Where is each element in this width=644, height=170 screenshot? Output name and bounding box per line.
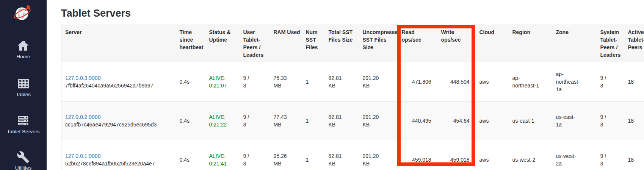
cell-num-sst: 1 — [302, 101, 325, 140]
uptime-value: 0:21:22 — [209, 121, 237, 128]
server-uuid: cc1afb7c46ae4792947c925d5ec695d3 — [65, 121, 173, 128]
cell-ram: 95.26 MB — [270, 140, 302, 170]
cell-status: ALIVE: 0:21:07 — [205, 62, 240, 101]
cell-total-sst: 82.81 KB — [325, 101, 359, 140]
col-header-ram: RAM Used — [270, 25, 302, 62]
sidebar-item-home[interactable]: Home — [16, 39, 30, 60]
col-header-active-peers: Active Tablet-Peers — [624, 25, 644, 62]
cell-read-ops: 471.806 — [398, 62, 437, 101]
col-header-user-peers: User Tablet-Peers / Leaders — [240, 25, 270, 62]
col-header-total-sst: Total SST Files Size — [325, 25, 359, 62]
server-link[interactable]: 127.0.0.1:9000 — [65, 153, 100, 159]
cell-region: us-west-2 — [509, 140, 552, 170]
cell-read-ops: 440.495 — [398, 101, 437, 140]
table-row: 127.0.0.2:9000 cc1afb7c46ae4792947c925d5… — [61, 101, 644, 140]
cell-uncompressed-sst: 291.20 KB — [359, 140, 398, 170]
sidebar-item-label: Utilities — [15, 165, 32, 170]
cell-user-peers: 9 / 3 — [240, 62, 270, 101]
cell-region: us-east-1 — [509, 101, 552, 140]
col-header-write-ops: Write ops/sec — [437, 25, 476, 62]
col-header-region: Region — [509, 25, 552, 62]
cell-active-peers: 18 — [624, 140, 644, 170]
col-header-heartbeat: Time since heartbeat — [176, 25, 205, 62]
sidebar-item-tablet-servers[interactable]: Tablet Servers — [7, 114, 39, 135]
server-uuid: 7fbff4af26404ca9a56256942a7b9a97 — [65, 82, 173, 89]
cell-zone: ap-northeast-1a — [552, 62, 597, 101]
tables-icon — [17, 77, 30, 90]
main-content: Tablet Servers Server Time since heartbe… — [47, 0, 644, 170]
cell-ram: 75.33 MB — [270, 62, 302, 101]
status-badge: ALIVE: — [209, 152, 237, 160]
cell-read-ops: 459.018 — [398, 140, 437, 170]
cell-write-ops: 459.018 — [437, 140, 476, 170]
sidebar-item-tables[interactable]: Tables — [16, 77, 31, 98]
col-header-read-ops: Read ops/sec — [398, 25, 437, 62]
col-header-server: Server — [61, 25, 176, 62]
uptime-value: 0:21:41 — [209, 160, 237, 167]
server-uuid: 52b6278c6f894a1fb0525f523e20a4e7 — [65, 160, 173, 167]
cell-cloud: aws — [476, 62, 509, 101]
server-link[interactable]: 127.0.0.3:9000 — [65, 75, 100, 81]
cell-system-peers: 9 / 3 — [597, 101, 624, 140]
tablet-servers-icon — [17, 114, 30, 127]
cell-user-peers: 9 / 3 — [240, 140, 270, 170]
cell-status: ALIVE: 0:21:22 — [205, 101, 240, 140]
cell-system-peers: 9 / 3 — [597, 140, 624, 170]
sidebar-item-label: Home — [16, 54, 30, 60]
cell-cloud: aws — [476, 101, 509, 140]
cell-heartbeat: 0.4s — [176, 101, 205, 140]
cell-active-peers: 18 — [624, 62, 644, 101]
col-header-status: Status & Uptime — [205, 25, 240, 62]
page-title: Tablet Servers — [61, 8, 644, 19]
cell-region: ap-northeast-1 — [509, 62, 552, 101]
sidebar: Home Tables Tablet Servers — [0, 0, 47, 170]
server-link[interactable]: 127.0.0.2:9000 — [65, 114, 100, 120]
cell-heartbeat: 0.4s — [176, 140, 205, 170]
table-row: 127.0.0.1:9000 52b6278c6f894a1fb0525f523… — [61, 140, 644, 170]
cell-server: 127.0.0.1:9000 52b6278c6f894a1fb0525f523… — [61, 140, 176, 170]
uptime-value: 0:21:07 — [209, 82, 237, 89]
table-row: 127.0.0.3:9000 7fbff4af26404ca9a56256942… — [61, 62, 644, 101]
utilities-icon — [17, 151, 30, 164]
sidebar-item-label: Tables — [16, 92, 31, 98]
status-badge: ALIVE: — [209, 74, 237, 82]
cell-write-ops: 448.504 — [437, 62, 476, 101]
cell-server: 127.0.0.2:9000 cc1afb7c46ae4792947c925d5… — [61, 101, 176, 140]
cell-server: 127.0.0.3:9000 7fbff4af26404ca9a56256942… — [61, 62, 176, 101]
col-header-uncompressed-sst: Uncompressed SST Files Size — [359, 25, 398, 62]
col-header-system-peers: System Tablet-Peers / Leaders — [597, 25, 624, 62]
table-header-row: Server Time since heartbeat Status & Upt… — [61, 25, 644, 62]
cell-write-ops: 454.64 — [437, 101, 476, 140]
col-header-num-sst: Num SST Files — [302, 25, 325, 62]
cell-zone: us-east-1a — [552, 101, 597, 140]
sidebar-item-utilities[interactable]: Utilities — [15, 151, 32, 170]
cell-cloud: aws — [476, 140, 509, 170]
cell-num-sst: 1 — [302, 140, 325, 170]
cell-total-sst: 82.81 KB — [325, 62, 359, 101]
col-header-zone: Zone — [552, 25, 597, 62]
sidebar-item-label: Tablet Servers — [7, 129, 39, 135]
cell-ram: 77.43 MB — [270, 101, 302, 140]
cell-system-peers: 9 / 3 — [597, 62, 624, 101]
cell-uncompressed-sst: 291.20 KB — [359, 62, 398, 101]
cell-user-peers: 9 / 3 — [240, 101, 270, 140]
cell-heartbeat: 0.4s — [176, 62, 205, 101]
globe-rocket-logo-icon — [13, 4, 34, 21]
cell-uncompressed-sst: 291.20 KB — [359, 101, 398, 140]
cell-status: ALIVE: 0:21:41 — [205, 140, 240, 170]
cell-zone: us-west-2a — [552, 140, 597, 170]
tablet-servers-table: Server Time since heartbeat Status & Upt… — [61, 25, 644, 170]
cell-total-sst: 82.81 KB — [325, 140, 359, 170]
cell-active-peers: 18 — [624, 101, 644, 140]
col-header-cloud: Cloud — [476, 25, 509, 62]
cell-num-sst: 1 — [302, 62, 325, 101]
status-badge: ALIVE: — [209, 113, 237, 121]
yugabyte-logo[interactable] — [13, 4, 34, 21]
home-icon — [17, 39, 30, 52]
